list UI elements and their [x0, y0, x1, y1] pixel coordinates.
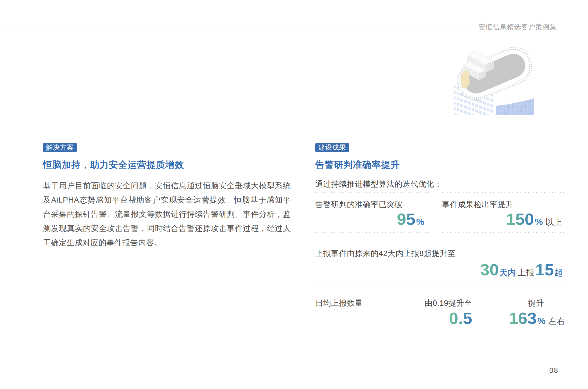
solution-title: 恒脑加持，助力安全运营提质增效: [43, 159, 291, 171]
stat-detection-value: 150: [506, 210, 534, 228]
page-number: 08: [549, 366, 558, 375]
stat-daily-suffix: 左右: [548, 316, 565, 327]
stats-row-1: 告警研判的准确率已突破 95% 事件成果检出率提升 150%以上: [315, 192, 565, 233]
dotted-line: [315, 334, 565, 334]
dotted-line: [315, 232, 432, 233]
stat-detection-suffix: 以上: [546, 217, 562, 228]
dotted-line: [442, 232, 565, 233]
header-title: 安恒信息精选客户案例集: [479, 23, 557, 31]
stat-accuracy: 告警研判的准确率已突破 95%: [315, 192, 432, 233]
stat-daily-mid-label: 由0.19提升至: [392, 286, 472, 308]
stat-accuracy-label: 告警研判的准确率已突破: [315, 193, 432, 210]
stat-daily-percent-unit: %: [537, 316, 546, 326]
results-badge: 建设成果: [315, 143, 349, 152]
stat-daily-label: 日均上报数量: [315, 286, 392, 308]
stat-daily-value: 0.5: [449, 309, 472, 327]
solution-paragraph: 基于用户目前面临的安全问题，安恒信息通过恒脑安全垂域大模型系统及AiLPHA态势…: [43, 179, 291, 250]
stat-daily-percent: 163: [509, 309, 536, 327]
stat-reporting: 上报事件由原来的42天内上报8起提升至 30天内上报15起: [315, 233, 565, 279]
stat-accuracy-unit: %: [416, 217, 424, 227]
section-divider-line: [0, 115, 557, 115]
solution-section: 解决方案 恒脑加持，助力安全运营提质增效 基于用户目前面临的安全问题，安恒信息通…: [43, 143, 291, 250]
stat-reporting-count: 15: [535, 261, 554, 279]
rooftop-building-svg: [454, 40, 536, 115]
facade-corner-band: [493, 91, 496, 115]
stat-reporting-label: 上报事件由原来的42天内上报8起提升至: [315, 233, 565, 259]
results-title: 告警研判准确率提升: [315, 159, 565, 171]
stat-detection: 事件成果检出率提升 150%以上: [442, 192, 565, 233]
solution-badge: 解决方案: [43, 143, 77, 152]
stat-accuracy-value: 95: [397, 210, 415, 228]
building-illustration: [454, 40, 536, 115]
stat-reporting-mid: 上报: [518, 267, 534, 278]
results-section: 建设成果 告警研判准确率提升 通过持续推进模型算法的迭代优化： 告警研判的准确率…: [315, 143, 565, 334]
stat-detection-label: 事件成果检出率提升: [442, 193, 565, 210]
header-divider-line: [0, 31, 557, 31]
stat-reporting-days: 30: [480, 261, 499, 279]
yellow-shape: [461, 71, 469, 88]
stat-reporting-days-unit: 天内: [499, 267, 516, 278]
stat-daily: 日均上报数量 由0.19提升至 0.5 提升 163%左右: [315, 286, 565, 327]
results-intro: 通过持续推进模型算法的迭代优化：: [315, 179, 565, 189]
stat-reporting-count-unit: 起: [554, 267, 563, 278]
stat-detection-unit: %: [535, 217, 543, 227]
stat-daily-lift-label: 提升: [472, 286, 565, 308]
